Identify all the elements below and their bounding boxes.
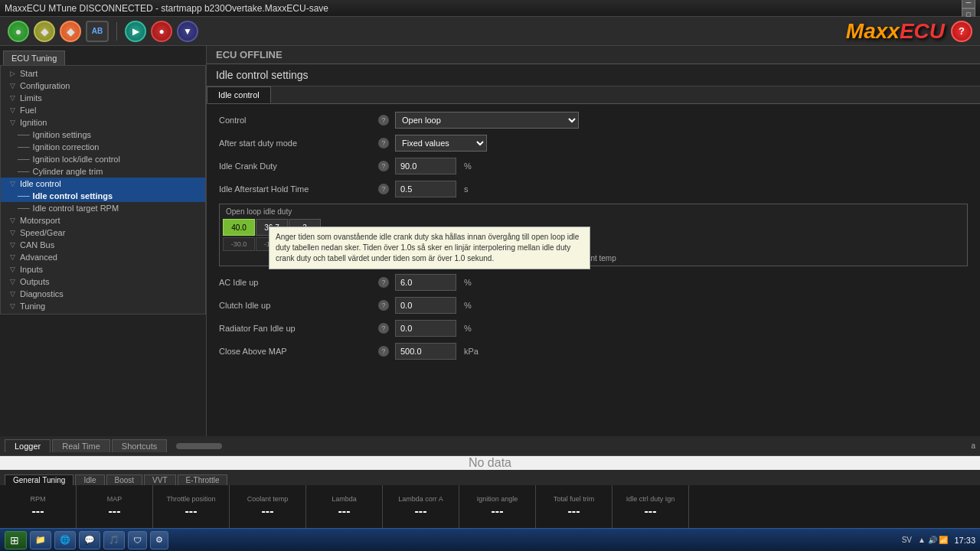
logger-tabs: Logger Real Time Shortcuts a — [0, 436, 980, 456]
metric-lambda-corr-value: --- — [415, 504, 427, 518]
sidebar-item-idle-control-settings[interactable]: ── Idle control settings — [1, 190, 205, 202]
sidebar-item-can-bus[interactable]: ▽ CAN Bus — [1, 239, 205, 251]
sidebar-item-fuel[interactable]: ▽ Fuel — [1, 104, 205, 116]
save-btn[interactable]: ◆ — [60, 21, 81, 42]
metric-coolant-name: Coolant temp — [247, 495, 289, 503]
idle-afterstart-unit: s — [464, 184, 469, 194]
ab-btn[interactable]: AB — [86, 21, 109, 42]
metric-lambda-corr-name: Lambda corr A — [398, 495, 443, 503]
sidebar-item-motorsport[interactable]: ▽ Motorsport — [1, 214, 205, 227]
sidebar-item-ignition[interactable]: ▽ Ignition — [1, 116, 205, 129]
start-button[interactable]: ⊞ — [5, 531, 27, 549]
logger-content: No data — [0, 456, 980, 470]
taskbar-skype-btn[interactable]: 💬 — [79, 531, 100, 549]
idle-up-section: AC Idle up ? % Clutch Idle up ? % Radiat… — [219, 274, 968, 360]
sidebar-item-idle-target-rpm[interactable]: ── Idle control target RPM — [1, 202, 205, 214]
down-btn[interactable]: ▼ — [177, 21, 198, 42]
radiator-help-icon[interactable]: ? — [378, 323, 389, 334]
sidebar-item-ignition-lock[interactable]: ── Ignition lock/idle control — [1, 153, 205, 165]
control-select[interactable]: Open loop Closed loop — [395, 112, 579, 129]
idle-control-tab[interactable]: Idle control — [207, 86, 271, 103]
close-map-input[interactable] — [395, 343, 456, 360]
sidebar-item-speed-gear[interactable]: ▽ Speed/Gear — [1, 227, 205, 239]
folder-btn[interactable]: ◆ — [34, 21, 55, 42]
close-map-help-icon[interactable]: ? — [378, 346, 389, 357]
taskbar-folder-btn[interactable]: 📁 — [30, 531, 51, 549]
metric-ignition: Ignition angle --- — [459, 485, 536, 528]
metric-lambda: Lambda --- — [306, 485, 383, 528]
sidebar-item-ignition-settings[interactable]: ── Ignition settings — [1, 129, 205, 141]
metric-tab-idle[interactable]: Idle — [75, 474, 104, 485]
metric-fuel-trim: Total fuel trim --- — [536, 485, 612, 528]
power-btn[interactable]: ● — [8, 21, 29, 42]
idle-crank-input[interactable] — [395, 158, 456, 174]
dash-icon: ── — [18, 167, 30, 176]
expand-icon: ▽ — [10, 302, 15, 310]
titlebar-text: MaxxECU MTune DISCONNECTED - startmapp b… — [5, 3, 328, 14]
tab-bar: Idle control — [207, 86, 980, 104]
close-map-unit: kPa — [464, 347, 479, 356]
dash-icon: ── — [18, 155, 30, 164]
clutch-idle-label: Clutch Idle up — [219, 301, 372, 310]
open-loop-title: Open loop idle duty — [223, 207, 964, 216]
minimize-btn[interactable]: ─ — [962, 0, 975, 8]
taskbar-chrome-btn[interactable]: 🌐 — [54, 531, 76, 549]
sidebar-item-limits[interactable]: ▽ Limits — [1, 92, 205, 104]
idle-crank-help-icon[interactable]: ? — [378, 161, 389, 171]
after-start-select[interactable]: Fixed values Table — [395, 135, 487, 152]
metric-tab-vvt[interactable]: VVT — [144, 474, 175, 485]
sidebar-item-idle-control[interactable]: ▽ Idle control — [1, 178, 205, 190]
sidebar-label: Ignition correction — [33, 142, 100, 152]
logger-tab[interactable]: Logger — [5, 439, 51, 452]
toolbar: ● ◆ ◆ AB ▶ ● ▼ MaxxECU ? — [0, 17, 980, 46]
metric-coolant-value: --- — [262, 504, 274, 518]
idle-afterstart-help-icon[interactable]: ? — [378, 184, 389, 194]
expand-icon: ▽ — [10, 82, 15, 90]
duty-cell-0[interactable]: 40.0 — [223, 219, 255, 236]
control-help-icon[interactable]: ? — [378, 115, 389, 126]
metric-map: MAP --- — [77, 485, 153, 528]
taskbar-media-btn[interactable]: 🎵 — [103, 531, 125, 549]
sidebar-item-start[interactable]: ▷ Start — [1, 67, 205, 80]
sidebar-label: Diagnostics — [20, 289, 64, 298]
sidebar-item-inputs[interactable]: ▽ Inputs — [1, 263, 205, 276]
sidebar-label: Idle control target RPM — [33, 204, 119, 213]
shortcuts-tab[interactable]: Shortcuts — [112, 439, 167, 452]
sidebar-label: Start — [20, 69, 38, 78]
idle-afterstart-input[interactable] — [395, 181, 456, 197]
open-loop-section: Open loop idle duty 40.0 36.7 3 Anger ti… — [219, 204, 968, 266]
play-btn[interactable]: ▶ — [125, 21, 146, 42]
radiator-input[interactable] — [395, 320, 456, 337]
ecu-tuning-tab[interactable]: ECU Tuning — [3, 51, 65, 65]
metric-tab-ethrottle[interactable]: E-Throttle — [178, 474, 228, 485]
taskbar-shield-btn[interactable]: 🛡 — [128, 531, 147, 549]
ac-idle-help-icon[interactable]: ? — [378, 277, 389, 288]
sidebar-label: Tuning — [20, 302, 45, 311]
realtime-tab[interactable]: Real Time — [52, 439, 110, 452]
sidebar-item-advanced[interactable]: ▽ Advanced — [1, 251, 205, 263]
taskbar-app-btn[interactable]: ⚙ — [150, 531, 168, 549]
ac-idle-input[interactable] — [395, 274, 456, 291]
ac-idle-row: AC Idle up ? % — [219, 274, 968, 291]
expand-icon: ▽ — [10, 217, 15, 224]
expand-icon: ▽ — [10, 94, 15, 102]
metric-throttle: Throttle position --- — [153, 485, 230, 528]
sidebar-item-ignition-correction[interactable]: ── Ignition correction — [1, 141, 205, 153]
help-button[interactable]: ? — [951, 21, 972, 42]
sidebar-item-cylinder-trim[interactable]: ── Cylinder angle trim — [1, 165, 205, 178]
metric-tab-general[interactable]: General Tuning — [5, 474, 74, 485]
sidebar-item-diagnostics[interactable]: ▽ Diagnostics — [1, 288, 205, 300]
clock: 17:33 — [954, 536, 975, 545]
sidebar-item-outputs[interactable]: ▽ Outputs — [1, 276, 205, 288]
clutch-idle-input[interactable] — [395, 297, 456, 314]
close-map-label: Close Above MAP — [219, 347, 372, 356]
clutch-idle-help-icon[interactable]: ? — [378, 300, 389, 311]
sidebar-item-tuning[interactable]: ▽ Tuning — [1, 300, 205, 312]
windows-icon: ⊞ — [10, 534, 19, 546]
after-start-help-icon[interactable]: ? — [378, 138, 389, 148]
metric-rpm-name: RPM — [31, 495, 46, 503]
record-btn[interactable]: ● — [151, 21, 172, 42]
metric-throttle-value: --- — [185, 504, 198, 518]
sidebar-item-configuration[interactable]: ▽ Configuration — [1, 80, 205, 92]
metric-tab-boost[interactable]: Boost — [106, 474, 143, 485]
